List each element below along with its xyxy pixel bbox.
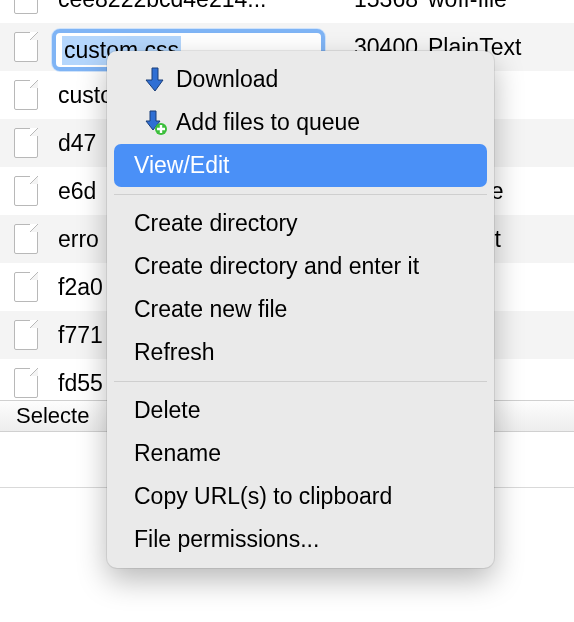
file-icon (14, 32, 38, 62)
table-row[interactable]: cee8222bcd4e214... 15368 woff-file (0, 0, 574, 23)
menu-delete[interactable]: Delete (114, 389, 487, 432)
menu-label: Create directory (134, 210, 298, 237)
menu-label: Copy URL(s) to clipboard (134, 483, 392, 510)
file-icon (14, 176, 38, 206)
menu-view-edit[interactable]: View/Edit (114, 144, 487, 187)
menu-rename[interactable]: Rename (114, 432, 487, 475)
file-icon (14, 272, 38, 302)
menu-label: Download (176, 66, 278, 93)
menu-label: Create directory and enter it (134, 253, 419, 280)
file-type: woff-file (428, 0, 574, 13)
menu-create-new-file[interactable]: Create new file (114, 288, 487, 331)
menu-add-files[interactable]: Add files to queue (114, 101, 487, 144)
menu-create-directory-enter[interactable]: Create directory and enter it (114, 245, 487, 288)
file-icon (14, 224, 38, 254)
menu-refresh[interactable]: Refresh (114, 331, 487, 374)
file-icon (14, 0, 38, 14)
menu-create-directory[interactable]: Create directory (114, 202, 487, 245)
menu-file-permissions[interactable]: File permissions... (114, 518, 487, 561)
menu-label: View/Edit (134, 152, 229, 179)
file-icon (14, 320, 38, 350)
file-size: 15368 (338, 0, 428, 13)
file-name: cee8222bcd4e214... (58, 0, 338, 13)
file-icon (14, 368, 38, 398)
menu-download[interactable]: Download (114, 58, 487, 101)
menu-label: Create new file (134, 296, 287, 323)
add-queue-icon (134, 110, 176, 136)
menu-copy-url[interactable]: Copy URL(s) to clipboard (114, 475, 487, 518)
context-menu: Download Add files to queue View/Edit Cr… (107, 51, 494, 568)
menu-separator (114, 381, 487, 382)
file-icon (14, 80, 38, 110)
download-icon (134, 67, 176, 93)
menu-separator (114, 194, 487, 195)
menu-label: File permissions... (134, 526, 319, 553)
menu-label: Add files to queue (176, 109, 360, 136)
status-text: Selecte (16, 403, 89, 429)
file-icon (14, 128, 38, 158)
menu-label: Delete (134, 397, 200, 424)
menu-label: Refresh (134, 339, 215, 366)
menu-label: Rename (134, 440, 221, 467)
